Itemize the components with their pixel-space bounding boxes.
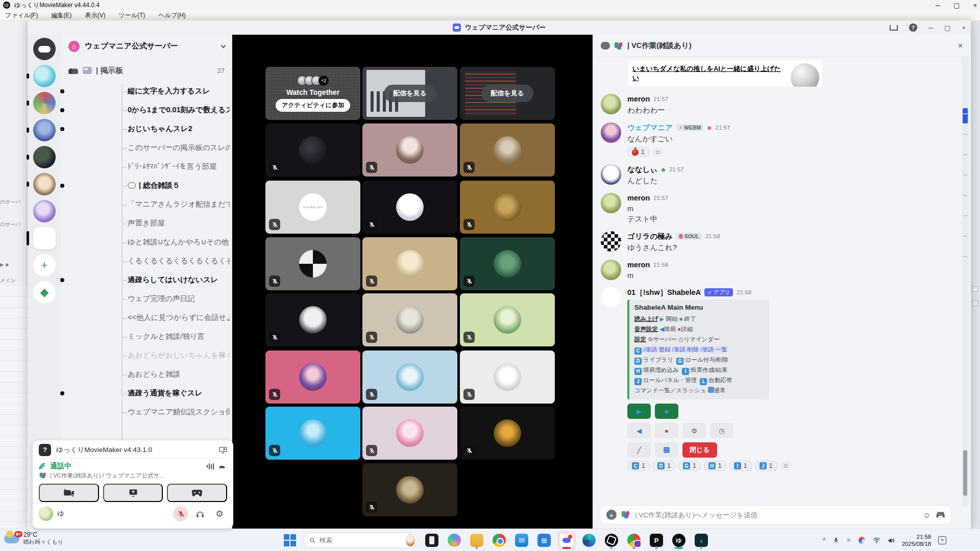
server-icon[interactable] bbox=[33, 119, 56, 141]
video-tile[interactable] bbox=[362, 350, 457, 404]
deafen-button[interactable] bbox=[192, 506, 208, 521]
discord-maximize-button[interactable]: ▢ bbox=[944, 24, 950, 32]
inbox-icon[interactable] bbox=[890, 25, 898, 31]
notification-center-icon[interactable]: ✎ bbox=[938, 536, 946, 544]
video-tile[interactable] bbox=[362, 463, 457, 516]
screenshare-button[interactable] bbox=[103, 484, 163, 502]
home-button[interactable] bbox=[33, 38, 56, 60]
emoji-icon[interactable]: ☺ bbox=[923, 511, 930, 519]
taskbar-app-p-app[interactable]: P bbox=[647, 531, 666, 549]
channel-item[interactable]: 「マニアさんラジオ配信まだですか... bbox=[61, 195, 232, 214]
active-server-icon[interactable] bbox=[33, 227, 56, 249]
channel-item[interactable]: 縦に文字を入力するスレ bbox=[61, 82, 232, 101]
server-icon[interactable] bbox=[33, 173, 56, 195]
video-tile[interactable] bbox=[460, 350, 555, 404]
menu-view[interactable]: 表示(V) bbox=[85, 11, 105, 20]
server-icon[interactable] bbox=[33, 200, 56, 222]
channel-item[interactable]: 過疎う通貨を稼ぐスレ bbox=[61, 384, 232, 403]
reminder-button[interactable]: ◷ bbox=[710, 423, 733, 438]
message-author[interactable]: meron bbox=[627, 261, 650, 269]
image-attachment[interactable]: いまいちダメな私の推しをAIと一緒に盛り上げたい bbox=[628, 60, 822, 87]
channel-item[interactable]: ﾄﾞﾘｰﾑｻﾏﾊﾞﾝｻﾞｰｲを言う部屋 bbox=[61, 157, 232, 176]
start-button[interactable] bbox=[284, 534, 296, 546]
add-reaction-button[interactable]: ☺ bbox=[652, 147, 664, 157]
video-tile[interactable] bbox=[362, 293, 457, 346]
channel-item[interactable]: 0から1まで0.01刻みで数えるスレ bbox=[61, 101, 232, 119]
taskbar-app-ymm[interactable]: ゆ bbox=[670, 531, 688, 549]
discord-close-button[interactable]: × bbox=[962, 24, 966, 32]
video-tile[interactable] bbox=[265, 237, 360, 290]
taskbar-app-copilot[interactable] bbox=[445, 531, 463, 549]
video-tile[interactable]: SHABELEA bbox=[265, 181, 360, 234]
activities-button[interactable] bbox=[167, 484, 227, 502]
attach-plus-icon[interactable]: + bbox=[606, 510, 617, 520]
hidden-icons-chevron[interactable]: ^ bbox=[823, 537, 826, 544]
taskbar-app-explorer[interactable] bbox=[468, 531, 486, 549]
taskbar-app-store[interactable]: ⊞ bbox=[535, 531, 553, 549]
taskbar-app-phone-link[interactable] bbox=[423, 531, 441, 549]
video-tile[interactable] bbox=[362, 123, 457, 177]
tts-start-button[interactable]: ▶ bbox=[627, 404, 651, 419]
add-server-button[interactable]: + bbox=[33, 254, 56, 277]
join-activity-button[interactable]: アクティビティに参加 bbox=[276, 99, 350, 112]
discord-titlebar[interactable]: ウェブマニア公式サーバー ? ─ ▢ × bbox=[28, 20, 971, 35]
message-author[interactable]: meron bbox=[627, 95, 650, 103]
voice-activity-icon[interactable] bbox=[207, 463, 214, 470]
channel-item[interactable]: くるくるくるくるくるくるくるくる bbox=[61, 252, 232, 270]
reaction-pill[interactable]: H1 bbox=[704, 461, 726, 471]
mm-maximize-button[interactable]: ▢ bbox=[953, 2, 960, 9]
avatar[interactable] bbox=[601, 231, 621, 252]
reaction-pill[interactable]: 1 bbox=[627, 147, 649, 157]
server-header[interactable]: ⌂ ウェブマニア公式サーバー bbox=[61, 35, 232, 58]
reaction-pill[interactable]: I1 bbox=[729, 461, 752, 471]
menu-tools[interactable]: ツール(T) bbox=[118, 11, 145, 20]
channel-item[interactable]: あおどらと雑談 bbox=[61, 365, 232, 384]
message-input[interactable] bbox=[635, 511, 918, 519]
stream-tile[interactable]: 配信を見る bbox=[460, 67, 555, 120]
wifi-icon[interactable] bbox=[873, 537, 880, 543]
watch-stream-button[interactable]: 配信を見る bbox=[481, 85, 533, 102]
channel-item[interactable]: | 総合雑談５ bbox=[61, 176, 232, 195]
video-tile[interactable] bbox=[460, 237, 555, 290]
scrollbar-thumb[interactable] bbox=[963, 450, 967, 496]
taskbar-app-edge[interactable] bbox=[580, 531, 598, 549]
reaction-pill[interactable]: C1 bbox=[627, 461, 650, 471]
x-app-icon[interactable]: ✕ bbox=[846, 537, 851, 544]
close-menu-button[interactable]: 閉じる bbox=[682, 442, 717, 458]
menu-help[interactable]: ヘルプ(H) bbox=[158, 11, 186, 20]
menu-file[interactable]: ファイル(F) bbox=[5, 11, 38, 20]
search-bar[interactable] bbox=[303, 533, 418, 548]
explore-servers-button[interactable]: ◆ bbox=[33, 281, 56, 304]
avatar[interactable] bbox=[601, 122, 621, 143]
message-author[interactable]: ななしぃ bbox=[627, 165, 657, 174]
video-tile[interactable] bbox=[362, 237, 457, 290]
menu-edit[interactable]: 編集(E) bbox=[51, 11, 71, 20]
video-tile[interactable] bbox=[265, 123, 360, 177]
server-icon[interactable] bbox=[33, 146, 56, 168]
reaction-pill[interactable]: J1 bbox=[755, 461, 777, 471]
message-author[interactable]: ゴリラの極み bbox=[627, 232, 673, 241]
server-icon[interactable] bbox=[33, 92, 56, 114]
message-author[interactable]: 01［!shw］ShabeleA bbox=[627, 288, 701, 297]
video-tile[interactable] bbox=[460, 181, 555, 234]
monitor-button[interactable] bbox=[655, 442, 678, 458]
forum-channel[interactable]: | 掲示板 27 bbox=[68, 63, 226, 78]
camera-button[interactable] bbox=[39, 484, 99, 502]
mic-tray-icon[interactable] bbox=[833, 537, 839, 544]
weather-widget[interactable]: 9+ 29°C 晴れ時々くもり bbox=[4, 531, 63, 546]
video-tile[interactable] bbox=[265, 407, 360, 460]
tts-stop-button[interactable]: ■ bbox=[655, 404, 678, 419]
avatar[interactable] bbox=[601, 164, 621, 185]
mm-close-button[interactable]: × bbox=[973, 2, 977, 9]
voice-settings-button[interactable]: ◀ bbox=[627, 423, 651, 438]
mic-muted-button[interactable] bbox=[173, 506, 188, 521]
server-icon[interactable] bbox=[33, 65, 56, 87]
color-sphere-icon[interactable] bbox=[859, 537, 866, 544]
discord-minimize-button[interactable]: ─ bbox=[928, 24, 933, 32]
search-highlight-image[interactable] bbox=[406, 534, 415, 546]
taskbar-app-discord[interactable] bbox=[557, 531, 576, 549]
channel-item[interactable]: おじいちゃんスレ2 bbox=[61, 119, 232, 138]
settings-gear-button[interactable]: ⚙ bbox=[212, 506, 227, 521]
video-tile[interactable] bbox=[460, 123, 555, 177]
user-avatar[interactable] bbox=[39, 507, 53, 521]
